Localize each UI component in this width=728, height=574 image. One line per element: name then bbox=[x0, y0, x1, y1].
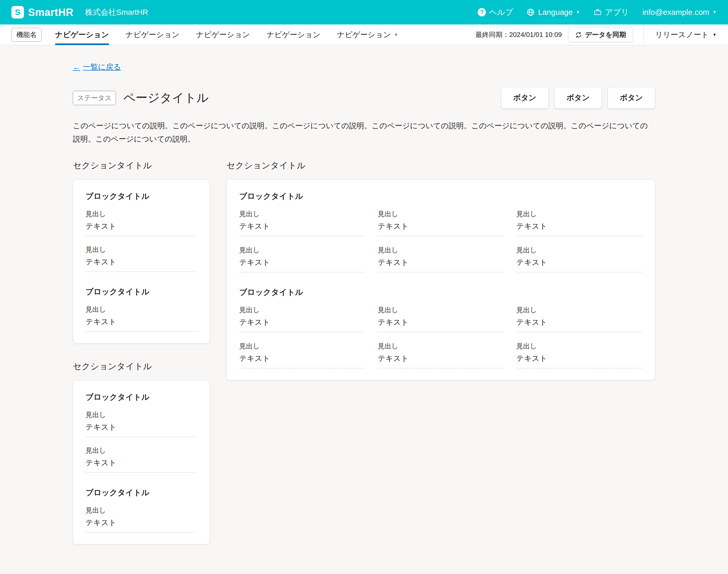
item-value: テキスト bbox=[378, 257, 504, 273]
navi-tab-label: ナビゲーション bbox=[337, 30, 391, 40]
globe-icon bbox=[527, 8, 535, 16]
page-title-row: ステータス ページタイトル ボタン ボタン ボタン bbox=[73, 87, 655, 109]
definition-item: 見出し テキスト bbox=[378, 305, 504, 332]
smarthr-logo[interactable]: S SmartHR bbox=[11, 6, 74, 18]
release-notes-menu[interactable]: リリースノート ▼ bbox=[643, 25, 717, 45]
sync-data-button[interactable]: データを同期 bbox=[568, 28, 633, 42]
block: ブロックタイトル 見出し テキスト 見出し テキスト bbox=[86, 191, 197, 272]
item-label: 見出し bbox=[378, 246, 504, 255]
back-to-list-link[interactable]: ← 一覧に戻る bbox=[73, 62, 121, 72]
section-3: セクションタイトル ブロックタイトル 見出し テキスト 見出し テキスト bbox=[73, 361, 210, 544]
header-right-group: ? ヘルプ Language ▼ アプリ info@example.com ▼ bbox=[477, 7, 717, 18]
back-link-label: 一覧に戻る bbox=[83, 62, 121, 72]
block-title: ブロックタイトル bbox=[86, 487, 197, 498]
navi-tab-3[interactable]: ナビゲーション bbox=[196, 25, 250, 45]
page-action-buttons: ボタン ボタン ボタン bbox=[501, 87, 655, 109]
item-value: テキスト bbox=[516, 257, 642, 273]
section-1-card: ブロックタイトル 見出し テキスト 見出し テキスト ブロックタイトル bbox=[73, 179, 210, 343]
navi-tab-1[interactable]: ナビゲーション bbox=[55, 25, 109, 45]
action-button-1[interactable]: ボタン bbox=[501, 87, 549, 109]
briefcase-icon bbox=[594, 8, 602, 16]
definition-item: 見出し テキスト bbox=[378, 209, 504, 236]
left-column: セクションタイトル ブロックタイトル 見出し テキスト 見出し テキスト bbox=[73, 160, 210, 544]
item-label: 見出し bbox=[516, 342, 642, 351]
apps-label: アプリ bbox=[605, 7, 629, 18]
definition-item: 見出し テキスト bbox=[239, 246, 365, 273]
item-label: 見出し bbox=[239, 342, 365, 351]
item-label: 見出し bbox=[516, 246, 642, 255]
definition-item: 見出し テキスト bbox=[378, 246, 504, 273]
chevron-down-icon: ▼ bbox=[394, 33, 398, 37]
item-value: テキスト bbox=[516, 353, 642, 368]
item-label: 見出し bbox=[86, 305, 197, 314]
last-sync-text: 最終同期：2024/01/01 10:09 bbox=[475, 30, 562, 39]
item-label: 見出し bbox=[86, 245, 197, 254]
page-description: このページについての説明。このページについての説明。このページについての説明。こ… bbox=[73, 119, 655, 146]
definition-item: 見出し テキスト bbox=[86, 506, 197, 533]
item-value: テキスト bbox=[86, 221, 197, 236]
definition-item: 見出し テキスト bbox=[239, 305, 365, 332]
language-label: Language bbox=[538, 8, 573, 17]
navi-tab-5-dropdown[interactable]: ナビゲーション ▼ bbox=[337, 25, 398, 45]
navi-right-group: 最終同期：2024/01/01 10:09 データを同期 リリースノート ▼ bbox=[475, 25, 717, 45]
item-value: テキスト bbox=[86, 518, 197, 533]
definition-item: 見出し テキスト bbox=[516, 209, 642, 236]
account-menu[interactable]: info@example.com ▼ bbox=[642, 8, 717, 17]
right-column: セクションタイトル ブロックタイトル 見出し テキスト 見出し テキスト bbox=[226, 160, 655, 380]
item-value: テキスト bbox=[239, 317, 365, 332]
feature-name-badge: 機能名 bbox=[11, 28, 42, 42]
navi-tab-2[interactable]: ナビゲーション bbox=[126, 25, 179, 45]
sync-data-label: データを同期 bbox=[585, 30, 626, 39]
item-label: 見出し bbox=[516, 305, 642, 315]
item-value: テキスト bbox=[516, 221, 642, 236]
block: ブロックタイトル 見出し テキスト bbox=[86, 487, 197, 533]
navi-tab-label: ナビゲーション bbox=[196, 30, 250, 40]
section-title: セクションタイトル bbox=[73, 160, 210, 171]
back-arrow-icon: ← bbox=[73, 63, 80, 72]
definition-grid: 見出し テキスト 見出し テキスト 見出し テキスト bbox=[239, 209, 642, 273]
item-label: 見出し bbox=[378, 209, 504, 218]
block-title: ブロックタイトル bbox=[239, 191, 642, 202]
action-button-3[interactable]: ボタン bbox=[608, 87, 655, 109]
item-label: 見出し bbox=[86, 410, 197, 419]
brand-name: SmartHR bbox=[28, 6, 74, 18]
item-value: テキスト bbox=[516, 317, 642, 332]
definition-item: 見出し テキスト bbox=[516, 246, 642, 273]
section-2-card: ブロックタイトル 見出し テキスト 見出し テキスト 見出し bbox=[226, 179, 655, 380]
block-title: ブロックタイトル bbox=[239, 287, 642, 298]
block: ブロックタイトル 見出し テキスト 見出し テキスト bbox=[86, 392, 197, 473]
definition-grid: 見出し テキスト 見出し テキスト 見出し テキスト bbox=[239, 305, 642, 368]
item-value: テキスト bbox=[378, 353, 504, 368]
item-label: 見出し bbox=[86, 506, 197, 515]
section-1: セクションタイトル ブロックタイトル 見出し テキスト 見出し テキスト bbox=[73, 160, 210, 343]
company-name: 株式会社SmartHR bbox=[85, 7, 148, 18]
definition-item: 見出し テキスト bbox=[516, 342, 642, 368]
navi-tab-label: ナビゲーション bbox=[267, 30, 320, 40]
help-menu[interactable]: ? ヘルプ bbox=[477, 7, 513, 18]
block-title: ブロックタイトル bbox=[86, 392, 197, 403]
block-title: ブロックタイトル bbox=[86, 191, 197, 202]
item-label: 見出し bbox=[86, 446, 197, 455]
item-value: テキスト bbox=[239, 257, 365, 273]
definition-item: 見出し テキスト bbox=[378, 342, 504, 368]
definition-item: 見出し テキスト bbox=[516, 305, 642, 332]
item-label: 見出し bbox=[239, 305, 365, 315]
definition-item: 見出し テキスト bbox=[86, 209, 197, 236]
action-button-2[interactable]: ボタン bbox=[554, 87, 602, 109]
item-value: テキスト bbox=[239, 353, 365, 368]
language-menu[interactable]: Language ▼ bbox=[527, 8, 580, 17]
app-navi: 機能名 ナビゲーション ナビゲーション ナビゲーション ナビゲーション ナビゲー… bbox=[0, 25, 728, 45]
section-2: セクションタイトル ブロックタイトル 見出し テキスト 見出し テキスト bbox=[226, 160, 655, 380]
app-header: S SmartHR 株式会社SmartHR ? ヘルプ Language ▼ ア… bbox=[0, 0, 728, 25]
chevron-down-icon: ▼ bbox=[576, 10, 580, 14]
apps-menu[interactable]: アプリ bbox=[594, 7, 629, 18]
item-value: テキスト bbox=[86, 422, 197, 437]
definition-item: 見出し テキスト bbox=[86, 245, 197, 272]
status-badge: ステータス bbox=[73, 91, 116, 105]
navi-tab-4[interactable]: ナビゲーション bbox=[267, 25, 320, 45]
section-title: セクションタイトル bbox=[73, 361, 210, 372]
section-3-card: ブロックタイトル 見出し テキスト 見出し テキスト ブロックタイトル bbox=[73, 380, 210, 544]
account-email: info@example.com bbox=[642, 8, 709, 17]
back-row: ← 一覧に戻る bbox=[73, 45, 655, 72]
refresh-icon bbox=[575, 32, 582, 38]
